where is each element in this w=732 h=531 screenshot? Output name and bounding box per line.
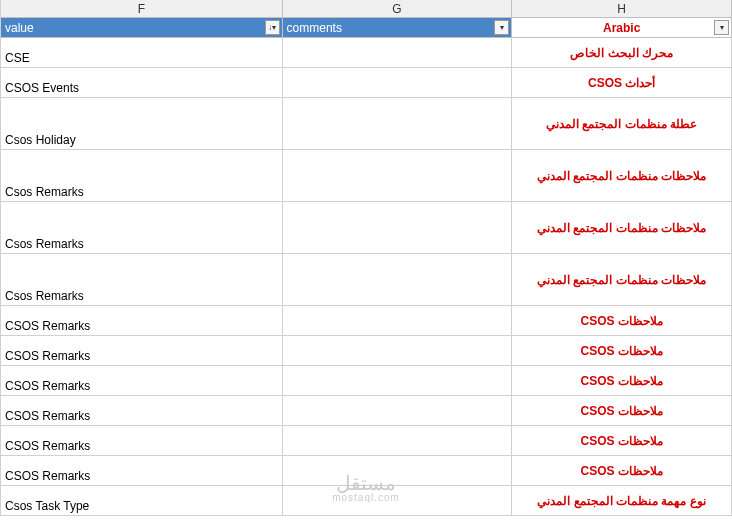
column-letters-row: F G H	[1, 0, 732, 18]
table-row: CSOS Eventsأحداث CSOS	[1, 68, 732, 98]
cell-arabic[interactable]: ملاحظات CSOS	[512, 366, 732, 396]
cell-arabic[interactable]: أحداث CSOS	[512, 68, 732, 98]
data-rows: CSEمحرك البحث الخاصCSOS Eventsأحداث CSOS…	[1, 38, 732, 516]
col-letter-g[interactable]: G	[283, 0, 513, 18]
filter-icon[interactable]: ▾	[494, 20, 509, 35]
cell-comments[interactable]	[283, 202, 513, 254]
cell-arabic[interactable]: ملاحظات CSOS	[512, 456, 732, 486]
cell-value[interactable]: Csos Remarks	[1, 254, 283, 306]
table-row: Csos Remarksملاحظات منظمات المجتمع المدن…	[1, 150, 732, 202]
filter-icon[interactable]: ▾	[714, 20, 729, 35]
cell-value[interactable]: CSOS Remarks	[1, 426, 283, 456]
cell-value[interactable]: Csos Remarks	[1, 202, 283, 254]
header-comments-label: comments	[287, 21, 342, 35]
cell-comments[interactable]	[283, 254, 513, 306]
cell-value[interactable]: CSOS Remarks	[1, 336, 283, 366]
cell-value[interactable]: Csos Task Type	[1, 486, 283, 516]
cell-value[interactable]: CSOS Remarks	[1, 306, 283, 336]
cell-arabic[interactable]: محرك البحث الخاص	[512, 38, 732, 68]
header-row: value ↓▾ comments ▾ Arabic ▾	[1, 18, 732, 38]
cell-comments[interactable]	[283, 396, 513, 426]
table-row: CSOS Remarksملاحظات CSOS	[1, 366, 732, 396]
cell-comments[interactable]	[283, 456, 513, 486]
cell-comments[interactable]	[283, 366, 513, 396]
cell-comments[interactable]	[283, 150, 513, 202]
header-comments[interactable]: comments ▾	[283, 18, 513, 38]
header-arabic-label: Arabic	[516, 21, 727, 35]
table-row: CSOS Remarksملاحظات CSOS	[1, 306, 732, 336]
header-value-label: value	[5, 21, 34, 35]
cell-comments[interactable]	[283, 98, 513, 150]
table-row: CSOS Remarksملاحظات CSOS	[1, 336, 732, 366]
table-row: CSOS Remarksملاحظات CSOS	[1, 396, 732, 426]
cell-value[interactable]: CSOS Remarks	[1, 456, 283, 486]
cell-comments[interactable]	[283, 426, 513, 456]
cell-value[interactable]: Csos Remarks	[1, 150, 283, 202]
cell-value[interactable]: CSOS Remarks	[1, 396, 283, 426]
table-row: CSEمحرك البحث الخاص	[1, 38, 732, 68]
cell-arabic[interactable]: عطلة منظمات المجتمع المدني	[512, 98, 732, 150]
col-letter-h[interactable]: H	[512, 0, 732, 18]
cell-arabic[interactable]: نوع مهمة منظمات المجتمع المدني	[512, 486, 732, 516]
cell-arabic[interactable]: ملاحظات CSOS	[512, 336, 732, 366]
cell-arabic[interactable]: ملاحظات CSOS	[512, 426, 732, 456]
table-row: Csos Remarksملاحظات منظمات المجتمع المدن…	[1, 202, 732, 254]
table-row: Csos Holidayعطلة منظمات المجتمع المدني	[1, 98, 732, 150]
header-value[interactable]: value ↓▾	[1, 18, 283, 38]
table-row: Csos Task Typeنوع مهمة منظمات المجتمع ال…	[1, 486, 732, 516]
cell-comments[interactable]	[283, 38, 513, 68]
cell-comments[interactable]	[283, 68, 513, 98]
cell-value[interactable]: CSOS Remarks	[1, 366, 283, 396]
spreadsheet: F G H value ↓▾ comments ▾ Arabic ▾ CSEمح…	[0, 0, 732, 516]
table-row: CSOS Remarksملاحظات CSOS	[1, 456, 732, 486]
table-row: Csos Remarksملاحظات منظمات المجتمع المدن…	[1, 254, 732, 306]
cell-arabic[interactable]: ملاحظات CSOS	[512, 396, 732, 426]
cell-value[interactable]: CSOS Events	[1, 68, 283, 98]
cell-arabic[interactable]: ملاحظات منظمات المجتمع المدني	[512, 202, 732, 254]
col-letter-f[interactable]: F	[1, 0, 283, 18]
cell-arabic[interactable]: ملاحظات منظمات المجتمع المدني	[512, 150, 732, 202]
filter-sort-icon[interactable]: ↓▾	[265, 20, 280, 35]
header-arabic[interactable]: Arabic ▾	[512, 18, 732, 38]
cell-arabic[interactable]: ملاحظات CSOS	[512, 306, 732, 336]
table-row: CSOS Remarksملاحظات CSOS	[1, 426, 732, 456]
cell-arabic[interactable]: ملاحظات منظمات المجتمع المدني	[512, 254, 732, 306]
cell-value[interactable]: Csos Holiday	[1, 98, 283, 150]
cell-comments[interactable]	[283, 306, 513, 336]
cell-value[interactable]: CSE	[1, 38, 283, 68]
cell-comments[interactable]	[283, 486, 513, 516]
cell-comments[interactable]	[283, 336, 513, 366]
